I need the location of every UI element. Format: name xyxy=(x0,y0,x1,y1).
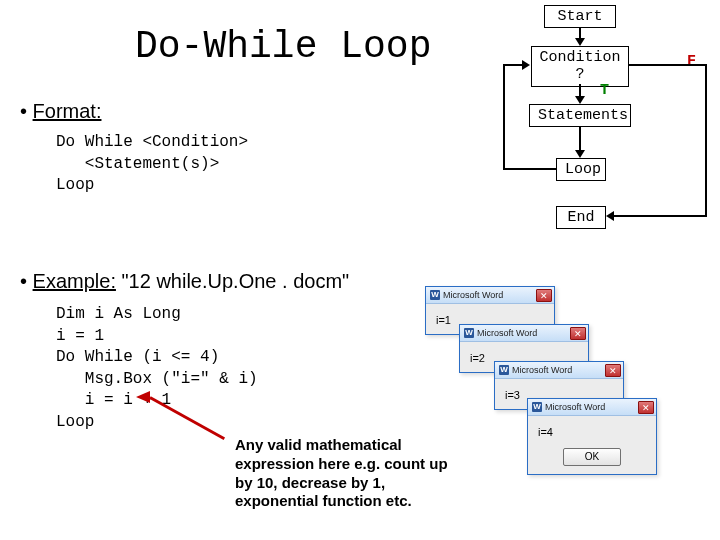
example-section: • Example: "12 while.Up.One . docm" xyxy=(20,270,349,293)
flow-false-label: F xyxy=(687,53,696,70)
close-icon[interactable]: ✕ xyxy=(536,289,552,302)
flow-loop: Loop xyxy=(556,158,606,181)
flow-edge xyxy=(579,126,581,152)
dialog-titlebar: WMicrosoft Word ✕ xyxy=(495,362,623,379)
arrowhead-icon xyxy=(575,38,585,46)
dialog-message: i=4 xyxy=(538,426,646,438)
arrowhead-icon xyxy=(575,96,585,104)
word-icon: W xyxy=(532,402,542,412)
arrowhead-icon xyxy=(522,60,530,70)
flow-edge xyxy=(629,64,707,66)
flow-edge xyxy=(503,64,523,66)
dialog-button-row: OK xyxy=(538,448,646,466)
flow-statements: Statements xyxy=(529,104,631,127)
example-heading: Example: xyxy=(33,270,116,292)
format-code: Do While <Condition> <Statement(s)> Loop xyxy=(56,132,248,197)
bullet-icon: • xyxy=(20,270,33,292)
close-icon[interactable]: ✕ xyxy=(570,327,586,340)
ok-button[interactable]: OK xyxy=(563,448,621,466)
close-icon[interactable]: ✕ xyxy=(638,401,654,414)
flow-start: Start xyxy=(544,5,616,28)
dialog-titlebar: WMicrosoft Word ✕ xyxy=(426,287,554,304)
word-icon: W xyxy=(430,290,440,300)
flow-edge xyxy=(503,64,505,170)
page-title: Do-While Loop xyxy=(135,25,431,68)
bullet-icon: • xyxy=(20,100,33,122)
format-heading: Format: xyxy=(33,100,102,122)
arrowhead-icon xyxy=(606,211,614,221)
close-icon[interactable]: ✕ xyxy=(605,364,621,377)
format-section: • Format: xyxy=(20,100,101,123)
annotation-arrow-icon xyxy=(136,391,150,403)
flow-edge xyxy=(503,168,556,170)
dialog-4: WMicrosoft Word ✕ i=4 OK xyxy=(527,398,657,475)
annotation-text: Any valid mathematical expression here e… xyxy=(235,436,455,511)
flow-condition: Condition ? xyxy=(531,46,629,87)
example-filename: "12 while.Up.One . docm" xyxy=(122,270,350,292)
word-icon: W xyxy=(464,328,474,338)
flow-edge xyxy=(705,64,707,216)
dialog-title: WMicrosoft Word xyxy=(464,328,537,338)
dialog-title: WMicrosoft Word xyxy=(499,365,572,375)
dialog-title: WMicrosoft Word xyxy=(430,290,503,300)
dialog-title: WMicrosoft Word xyxy=(532,402,605,412)
flow-end: End xyxy=(556,206,606,229)
example-code: Dim i As Long i = 1 Do While (i <= 4) Ms… xyxy=(56,304,258,434)
flow-true-label: T xyxy=(600,82,609,99)
flow-edge xyxy=(613,215,707,217)
arrowhead-icon xyxy=(575,150,585,158)
word-icon: W xyxy=(499,365,509,375)
dialog-titlebar: WMicrosoft Word ✕ xyxy=(460,325,588,342)
dialog-titlebar: WMicrosoft Word ✕ xyxy=(528,399,656,416)
